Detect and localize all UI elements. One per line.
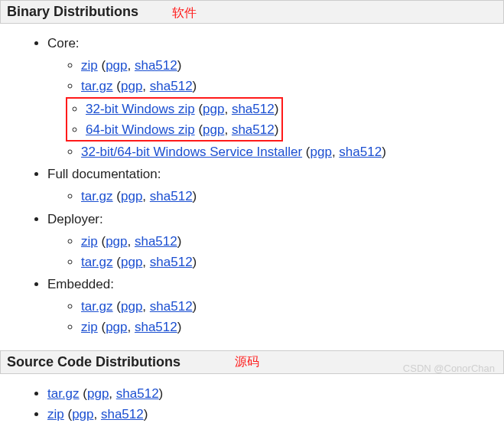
list-item: tar.gz (pgp, sha512) [81, 252, 504, 272]
pgp-link[interactable]: pgp [72, 407, 93, 421]
group-item: Deployer:zip (pgp, sha512)tar.gz (pgp, s… [47, 209, 504, 273]
paren-close: ) [275, 122, 279, 137]
comma: , [332, 145, 339, 159]
download-link[interactable]: zip [81, 234, 98, 249]
pgp-link[interactable]: pgp [121, 255, 142, 269]
paren-open: ( [64, 407, 72, 421]
item-content: zip (pgp, sha512) [81, 234, 181, 249]
sha-link[interactable]: sha512 [116, 386, 159, 401]
paren-close: ) [177, 320, 182, 334]
sha-link[interactable]: sha512 [150, 189, 193, 203]
sha-link[interactable]: sha512 [150, 79, 193, 93]
download-link[interactable]: zip [47, 407, 64, 421]
item-content: tar.gz (pgp, sha512) [81, 299, 197, 314]
download-link[interactable]: tar.gz [81, 79, 113, 93]
sha-link[interactable]: sha512 [150, 255, 193, 269]
annotation-software: 软件 [172, 5, 197, 21]
download-link[interactable]: 64-bit Windows zip [86, 122, 195, 137]
pgp-link[interactable]: pgp [121, 299, 142, 314]
list-item: zip (pgp, sha512) [81, 231, 504, 252]
comma: , [142, 255, 149, 269]
group-item: Core:zip (pgp, sha512)tar.gz (pgp, sha51… [47, 33, 504, 162]
comma: , [224, 102, 231, 116]
list-item: 32-bit/64-bit Windows Service Installer … [81, 142, 504, 162]
list-item: tar.gz (pgp, sha512) [81, 186, 504, 207]
sha-link[interactable]: sha512 [135, 234, 177, 249]
list-item: zip (pgp, sha512) [47, 404, 504, 423]
comma: , [94, 407, 101, 421]
paren-open: ( [80, 386, 87, 401]
download-link[interactable]: tar.gz [81, 255, 113, 269]
group-items: zip (pgp, sha512)tar.gz (pgp, sha512) [47, 231, 504, 272]
paren-close: ) [275, 102, 279, 116]
paren-close: ) [193, 189, 197, 203]
list-item: 64-bit Windows zip (pgp, sha512) [86, 119, 278, 140]
item-content: zip (pgp, sha512) [81, 320, 181, 334]
pgp-link[interactable]: pgp [121, 189, 142, 203]
sha-link[interactable]: sha512 [150, 299, 193, 314]
item-content: tar.gz (pgp, sha512) [81, 189, 197, 203]
binary-groups-list: Core:zip (pgp, sha512)tar.gz (pgp, sha51… [0, 33, 504, 338]
group-label: Deployer: [47, 212, 103, 226]
sha-link[interactable]: sha512 [135, 58, 177, 73]
item-content: 64-bit Windows zip (pgp, sha512) [86, 122, 278, 137]
paren-close: ) [193, 299, 197, 314]
paren-close: ) [193, 255, 197, 269]
pgp-link[interactable]: pgp [106, 58, 127, 73]
pgp-link[interactable]: pgp [203, 122, 224, 137]
binary-distributions-header: Binary Distributions 软件 [0, 0, 504, 24]
download-link[interactable]: zip [81, 58, 98, 73]
pgp-link[interactable]: pgp [106, 320, 127, 334]
sha-link[interactable]: sha512 [101, 407, 144, 421]
paren-open: ( [113, 299, 121, 314]
sha-link[interactable]: sha512 [339, 145, 382, 159]
highlight-wrapper: 32-bit Windows zip (pgp, sha512)64-bit W… [66, 97, 504, 142]
download-link[interactable]: tar.gz [81, 299, 113, 314]
paren-open: ( [302, 145, 310, 159]
paren-open: ( [98, 58, 106, 73]
paren-open: ( [113, 79, 121, 93]
download-link[interactable]: zip [81, 320, 98, 334]
list-item: tar.gz (pgp, sha512) [81, 296, 504, 317]
pgp-link[interactable]: pgp [87, 386, 109, 401]
paren-open: ( [195, 102, 203, 116]
comma: , [109, 386, 115, 401]
paren-close: ) [159, 386, 164, 401]
group-label: Full documentation: [47, 167, 161, 181]
pgp-link[interactable]: pgp [121, 79, 142, 93]
sha-link[interactable]: sha512 [135, 320, 177, 334]
paren-close: ) [144, 407, 148, 421]
download-link[interactable]: tar.gz [81, 189, 113, 203]
paren-open: ( [98, 234, 106, 249]
list-item: tar.gz (pgp, sha512) [47, 383, 504, 404]
item-content: tar.gz (pgp, sha512) [47, 386, 163, 401]
group-label: Embedded: [47, 277, 114, 291]
item-content: 32-bit/64-bit Windows Service Installer … [81, 145, 386, 159]
watermark: CSDN @ConorChan [403, 363, 495, 374]
group-item: Embedded:tar.gz (pgp, sha512)zip (pgp, s… [47, 274, 504, 338]
download-link[interactable]: 32-bit/64-bit Windows Service Installer [81, 145, 302, 159]
paren-close: ) [382, 145, 386, 159]
item-content: tar.gz (pgp, sha512) [81, 255, 197, 269]
sha-link[interactable]: sha512 [232, 122, 275, 137]
paren-close: ) [193, 79, 197, 93]
pgp-link[interactable]: pgp [311, 145, 332, 159]
item-content: zip (pgp, sha512) [81, 58, 181, 73]
sha-link[interactable]: sha512 [232, 102, 275, 116]
download-link[interactable]: tar.gz [47, 386, 80, 401]
download-link[interactable]: 32-bit Windows zip [86, 102, 195, 116]
group-item: Full documentation:tar.gz (pgp, sha512) [47, 164, 504, 207]
paren-open: ( [113, 255, 121, 269]
group-items: tar.gz (pgp, sha512) [47, 186, 504, 207]
group-items: zip (pgp, sha512)tar.gz (pgp, sha512)32-… [47, 55, 504, 162]
source-title: Source Code Distributions [7, 354, 180, 369]
paren-close: ) [177, 58, 182, 73]
list-item: 32-bit Windows zip (pgp, sha512) [86, 99, 278, 119]
list-item: zip (pgp, sha512) [81, 317, 504, 337]
source-items-list: tar.gz (pgp, sha512)zip (pgp, sha512) [0, 383, 504, 423]
pgp-link[interactable]: pgp [203, 102, 224, 116]
item-content: 32-bit Windows zip (pgp, sha512) [86, 102, 278, 116]
pgp-link[interactable]: pgp [106, 234, 127, 249]
paren-open: ( [195, 122, 203, 137]
highlight-inner-list: 32-bit Windows zip (pgp, sha512)64-bit W… [70, 99, 278, 140]
